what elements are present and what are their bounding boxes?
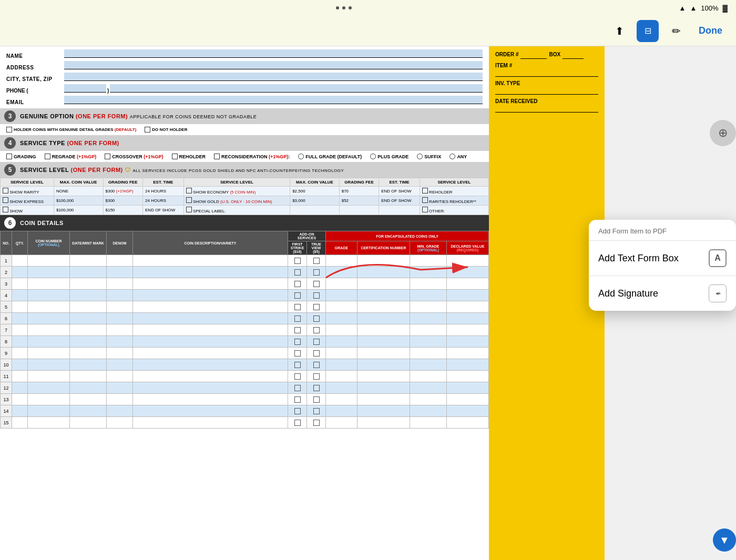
regrade-option[interactable]: REGRADE (+1%GP): [45, 154, 97, 159]
markup-button[interactable]: ✏: [665, 20, 687, 42]
text-box-icon: A: [709, 249, 727, 267]
genuine-holder-checkbox[interactable]: [6, 127, 12, 133]
add-signature-item[interactable]: Add Signature ✒: [589, 276, 736, 311]
coin-row-15-cell-7[interactable]: [307, 417, 326, 429]
scroll-down-button[interactable]: ▼: [713, 528, 736, 552]
coin-row-4-cell-6[interactable]: [288, 290, 307, 301]
edit-form-button[interactable]: ⊟: [637, 20, 659, 42]
reconsideration-checkbox[interactable]: [214, 154, 220, 159]
coin-row-9-cell-4: [107, 348, 133, 359]
coin-row-3-cell-6[interactable]: [288, 278, 307, 290]
add-text-form-box-item[interactable]: Add Text Form Box A: [589, 241, 736, 276]
crossover-option[interactable]: CROSSOVER (+1%GP): [105, 154, 163, 159]
coin-row-12-cell-7[interactable]: [307, 382, 326, 394]
coin-row-11-cell-6[interactable]: [288, 371, 307, 382]
coin-row-3: 3: [1, 278, 489, 290]
inv-type-row: INV. TYPE: [495, 80, 598, 95]
coin-row-13-cell-7[interactable]: [307, 394, 326, 405]
coin-row-9-cell-6[interactable]: [288, 348, 307, 359]
email-input[interactable]: [64, 96, 483, 104]
coin-row-5-cell-7[interactable]: [307, 301, 326, 313]
coin-row-3-cell-7[interactable]: [307, 278, 326, 290]
coin-row-2-cell-8: [326, 267, 357, 278]
sl4-fee: $300: [103, 196, 143, 206]
coin-row-8-cell-6[interactable]: [288, 336, 307, 348]
grading-option[interactable]: GRADING: [6, 154, 36, 159]
section-4-options: GRADING REGRADE (+1%GP) CROSSOVER (+1%GP…: [0, 151, 489, 162]
plus-grade-option[interactable]: PLUS GRADE: [370, 154, 408, 159]
coin-row-1-cell-7[interactable]: [307, 255, 326, 267]
coin-row-8-cell-10: [410, 336, 447, 348]
coin-row-1-cell-6[interactable]: [288, 255, 307, 267]
city-input[interactable]: [64, 73, 483, 81]
regrade-checkbox[interactable]: [45, 154, 50, 159]
coin-row-7-cell-2: [28, 324, 70, 336]
full-grade-radio[interactable]: [298, 154, 304, 159]
phone-area-input[interactable]: [64, 84, 106, 93]
coin-row-13-cell-3: [70, 394, 107, 405]
coin-row-4-cell-7[interactable]: [307, 290, 326, 301]
coin-row-11: 11: [1, 371, 489, 382]
do-not-holder-checkbox[interactable]: [145, 127, 150, 133]
coin-row-6-cell-7[interactable]: [307, 313, 326, 324]
coin-row-9-cell-2: [28, 348, 70, 359]
grading-checkbox[interactable]: [6, 154, 12, 159]
coin-row-3-cell-2: [28, 278, 70, 290]
coin-row-5-cell-4: [107, 301, 133, 313]
regrade-label: REGRADE (+1%GP): [52, 154, 97, 159]
suffix-option[interactable]: SUFFIX: [417, 154, 441, 159]
reconsideration-option[interactable]: RECONSIDERATION (+1%GP):: [214, 154, 290, 159]
reholder-option[interactable]: REHOLDER: [172, 154, 206, 159]
coin-row-7-cell-6[interactable]: [288, 324, 307, 336]
coin-row-13-cell-6[interactable]: [288, 394, 307, 405]
coin-row-15-cell-5: [133, 417, 288, 429]
coin-row-14-cell-7[interactable]: [307, 405, 326, 417]
nav-circle[interactable]: ⊕: [710, 120, 736, 146]
do-not-holder-option[interactable]: DO NOT HOLDER: [145, 127, 187, 133]
genuine-holder-option[interactable]: HOLDER COINS WITH GENUINE DETAIL GRADES …: [6, 127, 136, 133]
full-grade-option[interactable]: FULL GRADE (DEFAULT): [298, 154, 362, 159]
coin-row-10-cell-7[interactable]: [307, 359, 326, 371]
coin-row-9-cell-7[interactable]: [307, 348, 326, 359]
coin-row-8-cell-7[interactable]: [307, 336, 326, 348]
coin-row-12-cell-11: [447, 382, 489, 394]
coin-row-15-cell-6[interactable]: [288, 417, 307, 429]
any-option[interactable]: ANY: [449, 154, 467, 159]
section-5-number: 5: [4, 164, 16, 176]
phone-number-input[interactable]: [110, 84, 483, 93]
coin-row-7-cell-3: [70, 324, 107, 336]
col-description: COIN DESCRIPTION/VARIETY: [133, 231, 288, 255]
coin-row-7-cell-7[interactable]: [307, 324, 326, 336]
yellow-sidebar: ORDER # BOX ITEM # INV. TYPE DATE RECEIV…: [489, 46, 605, 560]
coin-row-2-cell-6[interactable]: [288, 267, 307, 278]
coin-row-4-cell-11: [447, 290, 489, 301]
plus-grade-radio[interactable]: [370, 154, 376, 159]
coin-row-6-cell-6[interactable]: [288, 313, 307, 324]
coin-row-9-cell-0: 9: [1, 348, 12, 359]
coin-row-6-cell-5: [133, 313, 288, 324]
share-button[interactable]: ⬆: [608, 20, 630, 42]
address-input[interactable]: [64, 61, 483, 69]
coin-row-4-cell-0: 4: [1, 290, 12, 301]
col-qty: QTY.: [12, 231, 28, 255]
coin-row-2-cell-5: [133, 267, 288, 278]
coin-row-11-cell-7[interactable]: [307, 371, 326, 382]
any-radio[interactable]: [449, 154, 455, 159]
coin-row-14-cell-6[interactable]: [288, 405, 307, 417]
coin-row-5-cell-6[interactable]: [288, 301, 307, 313]
suffix-radio[interactable]: [417, 154, 423, 159]
reholder-checkbox[interactable]: [172, 154, 178, 159]
sl4-time: 24 HOURS: [143, 196, 184, 206]
coin-row-14-cell-3: [70, 405, 107, 417]
coin-row-11-cell-11: [447, 371, 489, 382]
coin-row-15: 15: [1, 417, 489, 429]
coin-row-10-cell-6[interactable]: [288, 359, 307, 371]
name-input[interactable]: [64, 49, 483, 58]
done-button[interactable]: Done: [693, 22, 728, 39]
coin-row-5-cell-11: [447, 301, 489, 313]
crossover-checkbox[interactable]: [105, 154, 110, 159]
coin-row-3-cell-9: [357, 278, 410, 290]
coin-row-12-cell-6[interactable]: [288, 382, 307, 394]
addon-header: ADD-ON SERVICES: [288, 231, 326, 241]
coin-row-2-cell-7[interactable]: [307, 267, 326, 278]
